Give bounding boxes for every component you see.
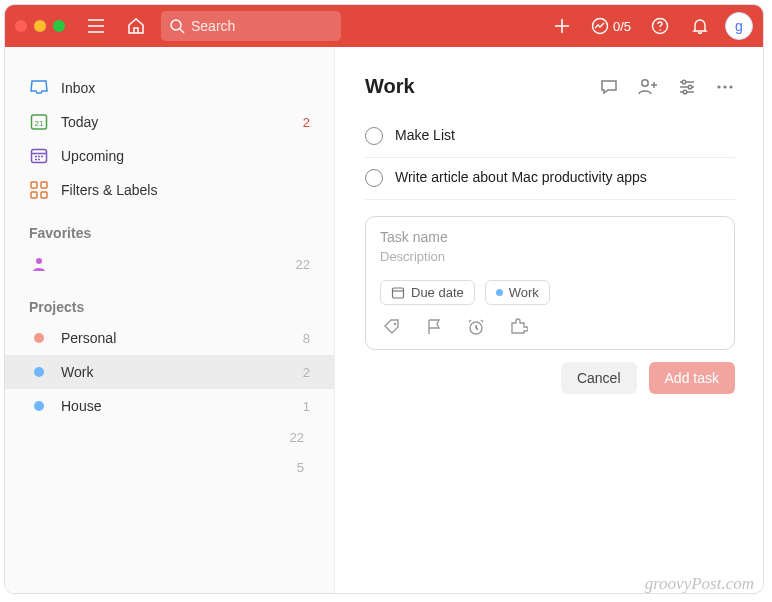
sidebar-stat: 22 (5, 423, 334, 453)
hamburger-icon (87, 19, 105, 33)
window-controls (15, 20, 65, 32)
alarm-icon (466, 317, 486, 337)
calendar-small-icon (391, 286, 405, 300)
task-row[interactable]: Write article about Mac productivity app… (365, 158, 735, 200)
task-text: Write article about Mac productivity app… (395, 168, 647, 187)
productivity-stats[interactable]: 0/5 (587, 17, 635, 35)
sidebar-item-label: Today (61, 114, 98, 130)
minimize-window[interactable] (34, 20, 46, 32)
more-icon (715, 77, 735, 97)
sidebar-item-label: Work (61, 364, 93, 380)
add-button[interactable] (547, 11, 577, 41)
svg-point-18 (729, 85, 732, 88)
sidebar-item-count: 2 (303, 115, 310, 130)
avatar[interactable]: g (725, 12, 753, 40)
search-input[interactable] (191, 18, 311, 34)
svg-point-3 (659, 29, 661, 31)
person-plus-icon (637, 77, 659, 97)
favorites-heading: Favorites (5, 207, 334, 247)
reminder-button[interactable] (466, 317, 486, 337)
sidebar-item-label: Inbox (61, 80, 95, 96)
extension-button[interactable] (508, 317, 528, 337)
task-description-input[interactable] (380, 247, 720, 274)
priority-button[interactable] (424, 317, 444, 337)
svg-text:21: 21 (35, 119, 44, 128)
sidebar-item-count: 2 (303, 365, 310, 380)
svg-rect-8 (41, 182, 47, 188)
task-checkbox[interactable] (365, 127, 383, 145)
project-dot-icon (496, 289, 503, 296)
search-box[interactable] (161, 11, 341, 41)
svg-point-20 (394, 323, 396, 325)
comment-icon (599, 77, 619, 97)
due-date-chip[interactable]: Due date (380, 280, 475, 305)
search-icon (169, 18, 185, 34)
task-row[interactable]: Make List (365, 116, 735, 158)
svg-point-17 (723, 85, 726, 88)
svg-point-13 (682, 80, 686, 84)
svg-point-0 (171, 20, 181, 30)
sidebar-item-inbox[interactable]: Inbox (5, 71, 334, 105)
sidebar-project-work[interactable]: Work 2 (5, 355, 334, 389)
bell-icon (691, 17, 709, 35)
task-name-input[interactable] (380, 227, 720, 247)
watermark: groovyPost.com (645, 574, 754, 594)
svg-point-14 (688, 85, 692, 89)
sidebar-item-upcoming[interactable]: Upcoming (5, 139, 334, 173)
project-chip[interactable]: Work (485, 280, 550, 305)
svg-point-16 (717, 85, 720, 88)
person-icon (29, 254, 49, 274)
inbox-icon (29, 78, 49, 98)
home-icon (127, 17, 145, 35)
view-button[interactable] (677, 77, 697, 97)
menu-button[interactable] (81, 11, 111, 41)
home-button[interactable] (121, 11, 151, 41)
task-checkbox[interactable] (365, 169, 383, 187)
svg-rect-7 (31, 182, 37, 188)
project-dot-icon (29, 328, 49, 348)
chip-label: Due date (411, 285, 464, 300)
sliders-icon (677, 77, 697, 97)
progress-icon (591, 17, 609, 35)
sidebar-item-count: 8 (303, 331, 310, 346)
svg-rect-19 (393, 288, 404, 298)
help-icon (651, 17, 669, 35)
more-button[interactable] (715, 77, 735, 97)
svg-rect-10 (41, 192, 47, 198)
svg-point-11 (36, 258, 42, 264)
calendar-icon (29, 146, 49, 166)
plus-icon (553, 17, 571, 35)
share-button[interactable] (637, 77, 659, 97)
sidebar-item-label: Personal (61, 330, 116, 346)
sidebar-item-label: Filters & Labels (61, 182, 157, 198)
notifications-button[interactable] (685, 11, 715, 41)
page-title: Work (365, 75, 415, 98)
label-button[interactable] (382, 317, 402, 337)
svg-rect-9 (31, 192, 37, 198)
add-task-button[interactable]: Add task (649, 362, 735, 394)
comments-button[interactable] (599, 77, 619, 97)
sidebar-stat: 5 (5, 453, 334, 483)
project-dot-icon (29, 396, 49, 416)
project-dot-icon (29, 362, 49, 382)
sidebar-item-today[interactable]: 21 Today 2 (5, 105, 334, 139)
sidebar-item-label: House (61, 398, 101, 414)
sidebar-project-house[interactable]: House 1 (5, 389, 334, 423)
calendar-today-icon: 21 (29, 112, 49, 132)
svg-point-1 (592, 19, 607, 34)
zoom-window[interactable] (53, 20, 65, 32)
projects-heading: Projects (5, 281, 334, 321)
avatar-initial: g (735, 18, 743, 34)
close-window[interactable] (15, 20, 27, 32)
puzzle-icon (508, 317, 528, 337)
sidebar-item-filters[interactable]: Filters & Labels (5, 173, 334, 207)
grid-icon (29, 180, 49, 200)
svg-point-15 (683, 90, 687, 94)
sidebar-item-favorite[interactable]: 22 (5, 247, 334, 281)
help-button[interactable] (645, 11, 675, 41)
tag-icon (382, 317, 402, 337)
chip-label: Work (509, 285, 539, 300)
task-text: Make List (395, 126, 455, 145)
cancel-button[interactable]: Cancel (561, 362, 637, 394)
sidebar-project-personal[interactable]: Personal 8 (5, 321, 334, 355)
